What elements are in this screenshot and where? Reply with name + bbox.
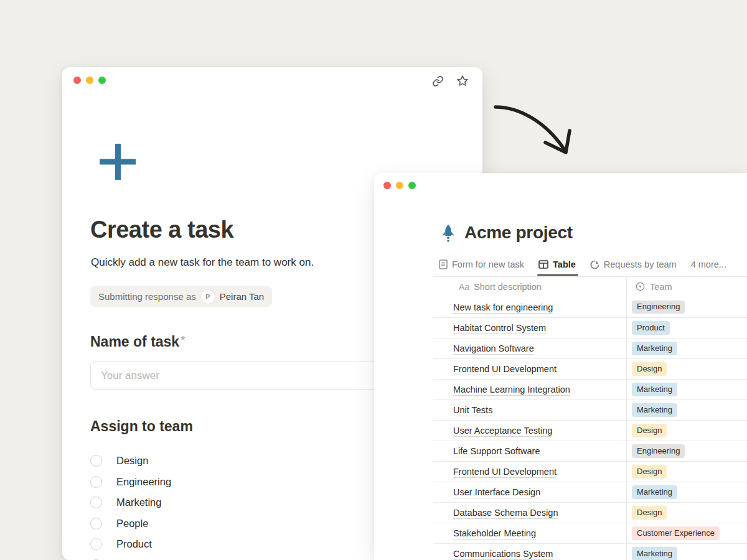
table-row: Database Schema Design Design xyxy=(433,502,747,523)
task-cell: Life Support Software xyxy=(433,446,626,456)
submitting-as-pill: Submitting response as P Peiran Tan xyxy=(90,286,272,307)
team-tag[interactable]: Engineering xyxy=(632,301,685,314)
tab-requests-by-team[interactable]: Requests by team xyxy=(590,255,677,274)
table-window: Acme project Form for new task Table Re xyxy=(374,173,747,560)
task-cell: Communications System xyxy=(433,549,626,559)
minimize-window-button[interactable] xyxy=(86,77,93,84)
team-tag[interactable]: Design xyxy=(632,424,667,437)
close-window-button[interactable] xyxy=(73,77,81,84)
favorite-star-icon[interactable] xyxy=(456,75,469,87)
team-tag[interactable]: Product xyxy=(632,321,670,334)
task-title-link[interactable]: Communications System xyxy=(453,549,553,560)
column-header-team[interactable]: Team xyxy=(626,282,672,292)
team-option[interactable]: Customer Experience xyxy=(90,555,215,560)
task-cell: Frontend UI Development xyxy=(433,467,626,477)
task-title-link[interactable]: Machine Learning Integration xyxy=(453,385,570,396)
task-cell: User Interface Design xyxy=(433,487,626,497)
table-row: Habitat Control System Product xyxy=(433,317,747,338)
task-cell: Database Schema Design xyxy=(433,508,626,518)
task-title-link[interactable]: Stakeholder Meeting xyxy=(453,528,536,539)
team-cell: Engineering xyxy=(626,301,685,314)
team-options-list: Design Engineering Marketing People Prod… xyxy=(90,450,215,560)
task-cell: Habitat Control System xyxy=(433,323,626,333)
team-tag[interactable]: Marketing xyxy=(632,342,677,355)
task-cell: Machine Learning Integration xyxy=(433,385,626,394)
radio-button[interactable] xyxy=(90,476,102,488)
table-row: Unit Tests Marketing xyxy=(433,399,747,420)
zoom-window-button[interactable] xyxy=(98,77,106,84)
team-tag[interactable]: Marketing xyxy=(632,485,677,498)
team-tag[interactable]: Engineering xyxy=(632,444,685,457)
text-property-icon: Aa xyxy=(459,282,469,292)
table-icon xyxy=(538,260,548,269)
table-row: Communications System Marketing xyxy=(433,543,747,560)
radio-option-label: Product xyxy=(116,538,152,550)
task-title-link[interactable]: Unit Tests xyxy=(453,405,492,416)
table-row: Navigation Software Marketing xyxy=(433,338,747,358)
task-title-link[interactable]: User Interface Design xyxy=(453,487,540,498)
team-tag[interactable]: Design xyxy=(632,506,667,519)
tab-table[interactable]: Table xyxy=(538,255,576,274)
form-icon xyxy=(439,259,448,269)
chart-icon xyxy=(590,260,599,269)
curved-arrow-doodle xyxy=(486,93,579,162)
team-cell: Design xyxy=(626,465,667,478)
team-cell: Marketing xyxy=(626,547,677,560)
zoom-window-button[interactable] xyxy=(408,182,416,189)
task-title-link[interactable]: User Acceptance Testing xyxy=(453,426,552,437)
copy-link-icon[interactable] xyxy=(432,75,444,87)
tab-more-views[interactable]: 4 more... xyxy=(691,255,726,274)
minimize-window-button[interactable] xyxy=(396,182,403,189)
radio-option-label: Marketing xyxy=(116,497,161,508)
task-title-link[interactable]: Habitat Control System xyxy=(453,323,546,334)
team-tag[interactable]: Design xyxy=(632,465,667,478)
team-cell: Customer Experience xyxy=(626,526,720,539)
task-title-link[interactable]: Frontend UI Development xyxy=(453,467,557,478)
assign-to-team-label: Assign to team xyxy=(90,418,193,435)
team-option[interactable]: Product xyxy=(90,534,215,555)
team-tag[interactable]: Marketing xyxy=(632,547,677,560)
radio-button[interactable] xyxy=(90,538,102,550)
team-tag[interactable]: Design xyxy=(632,362,667,375)
team-option[interactable]: People xyxy=(90,513,215,534)
rocket-icon xyxy=(439,224,457,245)
team-tag[interactable]: Marketing xyxy=(632,383,677,396)
team-cell: Design xyxy=(626,362,667,375)
task-title-link[interactable]: Database Schema Design xyxy=(453,508,558,519)
radio-button[interactable] xyxy=(90,518,102,530)
table-row: Frontend UI Development Design xyxy=(433,461,747,482)
table-row: Stakeholder Meeting Customer Experience xyxy=(433,523,747,543)
table-row: New task for engineering Engineering xyxy=(433,297,747,317)
task-title-link[interactable]: Life Support Software xyxy=(453,446,540,457)
radio-option-label: People xyxy=(116,518,148,530)
radio-button[interactable] xyxy=(90,455,102,467)
team-option[interactable]: Engineering xyxy=(90,472,215,493)
avatar: P xyxy=(201,290,215,304)
team-tag[interactable]: Marketing xyxy=(632,403,677,416)
table-header-row: Aa Short description Team xyxy=(433,276,747,297)
task-title-link[interactable]: Frontend UI Development xyxy=(453,364,557,375)
column-header-short-description[interactable]: Aa Short description xyxy=(433,282,626,292)
page-title: Acme project xyxy=(464,223,573,243)
table-row: User Acceptance Testing Design xyxy=(433,420,747,441)
team-option[interactable]: Marketing xyxy=(90,492,215,513)
task-title-link[interactable]: New task for engineering xyxy=(453,302,553,314)
team-cell: Marketing xyxy=(626,485,677,498)
radio-button[interactable] xyxy=(90,497,102,508)
team-cell: Design xyxy=(626,424,667,437)
submitting-as-label: Submitting response as xyxy=(98,291,196,302)
form-title: Create a task xyxy=(90,217,233,243)
task-title-link[interactable]: Navigation Software xyxy=(453,343,534,355)
table-row: Frontend UI Development Design xyxy=(433,358,747,379)
tab-form-for-new-task[interactable]: Form for new task xyxy=(439,255,524,274)
task-cell: User Acceptance Testing xyxy=(433,426,626,436)
team-tag[interactable]: Customer Experience xyxy=(632,526,720,539)
window-controls xyxy=(383,182,416,189)
task-cell: Navigation Software xyxy=(433,343,626,353)
table-row: Machine Learning Integration Marketing xyxy=(433,379,747,399)
task-cell: Unit Tests xyxy=(433,405,626,415)
team-option[interactable]: Design xyxy=(90,450,215,472)
required-asterisk: * xyxy=(181,334,185,347)
close-window-button[interactable] xyxy=(383,182,391,189)
team-cell: Marketing xyxy=(626,342,677,355)
